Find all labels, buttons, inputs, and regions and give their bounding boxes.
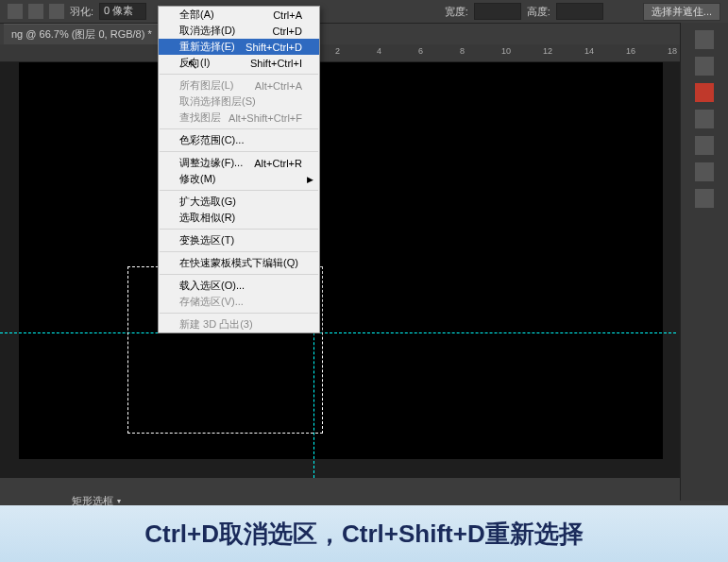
select-menu: 全部(A)Ctrl+A取消选择(D)Ctrl+D重新选择(E)Shift+Ctr… [158, 6, 320, 333]
panel-icon-3[interactable] [695, 110, 714, 128]
ruler-mark: 14 [584, 46, 594, 56]
menu-item-shortcut: Alt+Shift+Ctrl+F [229, 112, 302, 124]
menu-item[interactable]: 重新选择(E)Shift+Ctrl+D [159, 39, 319, 55]
menu-item-shortcut: Shift+Ctrl+D [245, 42, 302, 53]
menu-item[interactable]: 色彩范围(C)... [159, 132, 319, 148]
menu-separator [160, 251, 318, 252]
menu-item-shortcut: Shift+Ctrl+I [250, 58, 302, 69]
marquee-icon[interactable] [8, 4, 23, 19]
right-panel [680, 23, 728, 501]
ruler-mark: 10 [501, 46, 511, 56]
panel-icon-2[interactable] [695, 57, 714, 76]
panel-icon-5[interactable] [695, 162, 714, 181]
menu-item: 新建 3D 凸出(3) [159, 316, 319, 332]
status-spacer [0, 478, 728, 493]
mode-icon-2[interactable] [49, 4, 64, 19]
ruler-mark: 4 [377, 46, 381, 56]
menu-item-label: 存储选区(V)... [179, 295, 244, 309]
menu-item-shortcut: Alt+Ctrl+R [254, 158, 302, 169]
ruler-mark: 18 [668, 46, 677, 56]
document-tab-bar: ng @ 66.7% (图层 0, RGB/8) * × [0, 24, 728, 44]
menu-item[interactable]: 修改(M)▶ [159, 171, 319, 187]
menu-item: 取消选择图层(S) [159, 94, 319, 110]
caption-banner: Ctrl+D取消选区，Ctrl+Shift+D重新选择 [0, 505, 728, 562]
menu-item-label: 色彩范围(C)... [179, 133, 244, 147]
ruler-mark: 6 [418, 46, 423, 56]
menu-item-label: 反向(I) [179, 56, 210, 70]
menu-item-label: 载入选区(O)... [179, 279, 245, 293]
caption-text: Ctrl+D取消选区，Ctrl+Shift+D重新选择 [144, 518, 583, 551]
menu-item-label: 扩大选取(G) [179, 195, 236, 209]
menu-item-label: 重新选择(E) [179, 40, 235, 54]
guide-horizontal[interactable] [0, 332, 676, 333]
menu-item-shortcut: Ctrl+D [273, 26, 302, 37]
ruler-mark: 8 [460, 46, 465, 56]
menu-item-label: 变换选区(T) [179, 233, 234, 247]
document-tab[interactable]: ng @ 66.7% (图层 0, RGB/8) * × [4, 24, 171, 44]
height-label: 高度: [527, 5, 550, 19]
canvas[interactable] [19, 62, 663, 459]
menu-separator [160, 151, 318, 152]
ruler-mark: 16 [626, 46, 635, 56]
height-input[interactable] [556, 3, 603, 20]
panel-icon-6[interactable] [695, 189, 714, 208]
menu-item[interactable]: 全部(A)Ctrl+A [159, 7, 319, 23]
menu-item-label: 取消选择图层(S) [179, 94, 256, 109]
menu-item[interactable]: 扩大选取(G) [159, 194, 319, 210]
menu-item-label: 调整边缘(F)... [179, 156, 243, 170]
menu-item-label: 全部(A) [179, 8, 214, 22]
menu-item[interactable]: 变换选区(T) [159, 232, 319, 248]
menu-item-label: 取消选择(D) [179, 24, 235, 38]
width-input[interactable] [474, 3, 521, 20]
menu-item[interactable]: 载入选区(O)... [159, 278, 319, 294]
ruler-mark: 12 [543, 46, 552, 56]
menu-separator [160, 128, 318, 129]
feather-input[interactable]: 0 像素 [99, 3, 146, 20]
menu-item: 所有图层(L)Alt+Ctrl+A [159, 77, 319, 94]
menu-separator [160, 190, 318, 191]
menu-item[interactable]: 取消选择(D)Ctrl+D [159, 23, 319, 39]
menu-item: 查找图层Alt+Shift+Ctrl+F [159, 110, 319, 126]
menu-item-label: 查找图层 [179, 111, 221, 125]
submenu-arrow-icon: ▶ [307, 175, 313, 184]
feather-label: 羽化: [70, 5, 93, 19]
menu-item: 存储选区(V)... [159, 294, 319, 310]
menu-item-shortcut: Ctrl+A [273, 9, 302, 21]
menu-item-label: 在快速蒙板模式下编辑(Q) [179, 256, 298, 270]
document-tab-title: ng @ 66.7% (图层 0, RGB/8) * [11, 27, 152, 42]
canvas-area [0, 62, 728, 478]
width-label: 宽度: [445, 5, 468, 19]
refine-edge-button[interactable]: 选择并遮住... [643, 3, 720, 21]
menu-item[interactable]: 反向(I)Shift+Ctrl+I [159, 55, 319, 71]
menu-item-label: 新建 3D 凸出(3) [179, 317, 253, 332]
menu-item[interactable]: 选取相似(R) [159, 210, 319, 226]
menu-separator [160, 229, 318, 230]
menu-separator [160, 274, 318, 275]
menu-item-label: 选取相似(R) [179, 211, 235, 225]
menu-separator [160, 313, 318, 314]
chevron-down-icon[interactable]: ▾ [117, 497, 121, 505]
panel-icon-4[interactable] [695, 136, 714, 155]
panel-icon-1[interactable] [695, 30, 714, 49]
menu-item[interactable]: 调整边缘(F)...Alt+Ctrl+R [159, 155, 319, 171]
horizontal-ruler: 24681012141618 [0, 44, 728, 62]
menu-item-shortcut: Alt+Ctrl+A [255, 80, 302, 92]
menu-separator [160, 74, 318, 75]
options-bar: 羽化: 0 像素 宽度: 高度: 选择并遮住... [0, 0, 728, 24]
menu-item-label: 修改(M) [179, 172, 216, 186]
panel-icon-swatch[interactable] [695, 83, 714, 102]
menu-item-label: 所有图层(L) [179, 78, 233, 93]
ruler-mark: 2 [335, 46, 340, 56]
menu-item[interactable]: 在快速蒙板模式下编辑(Q) [159, 255, 319, 271]
mode-icon-1[interactable] [28, 4, 43, 19]
